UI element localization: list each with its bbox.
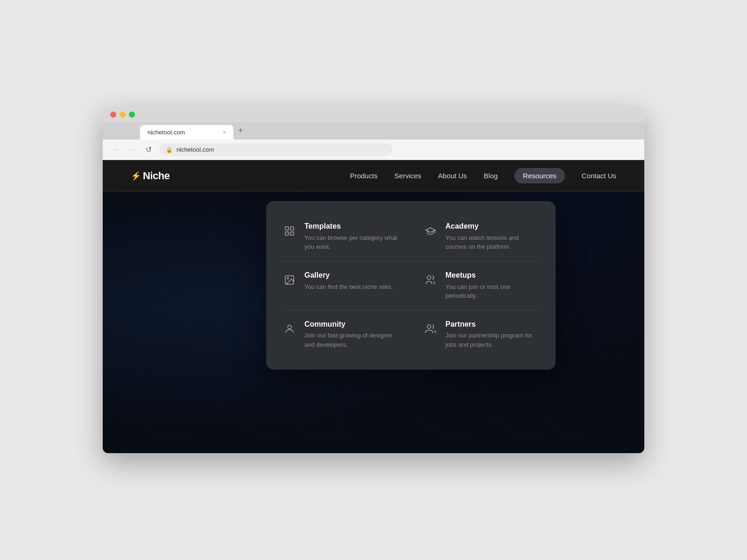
logo-icon: ⚡ [131,171,141,181]
maximize-button[interactable] [129,112,135,118]
dropdown-item-partners[interactable]: Partners Join our partnership program fo… [411,312,541,357]
nav-products[interactable]: Products [350,169,378,182]
browser-titlebar [103,107,644,122]
forward-button[interactable]: → [127,145,138,155]
url-bar[interactable]: 🔒 nichetool.com [159,143,393,156]
community-icon [281,321,298,337]
meetups-icon [422,272,439,288]
svg-point-6 [427,276,431,280]
gallery-desc: You can find the best niche sites. [304,282,403,292]
nav-contact[interactable]: Contact Us [582,169,616,182]
svg-rect-0 [285,227,289,230]
resources-dropdown: Templates You can browse per category wh… [266,201,556,370]
academy-desc: You can watch lessons and courses on the… [445,233,533,252]
minimize-button[interactable] [120,112,126,118]
browser-nav: ← → ↺ 🔒 nichetool.com [103,140,644,160]
website-content: Templates You can browse per category wh… [103,192,644,453]
community-text: Community Join our fast-growing of desig… [304,320,403,350]
academy-icon [422,223,439,239]
url-text: nichetool.com [176,146,214,153]
community-title: Community [304,320,403,329]
dropdown-item-gallery[interactable]: Gallery You can find the best niche site… [281,263,411,308]
traffic-lights [110,112,135,118]
meetups-title: Meetups [445,271,533,280]
nav-resources[interactable]: Resources [514,168,565,183]
dropdown-item-templates[interactable]: Templates You can browse per category wh… [281,214,411,259]
divider-2 [281,310,541,310]
dropdown-item-community[interactable]: Community Join our fast-growing of desig… [281,312,411,357]
dropdown-grid: Templates You can browse per category wh… [281,214,541,357]
partners-title: Partners [445,320,533,329]
browser-window: nichetool.com × + ← → ↺ 🔒 nichetool.com [103,107,644,453]
nav-services[interactable]: Services [395,169,422,182]
new-tab-button[interactable]: + [233,122,248,140]
templates-title: Templates [304,222,403,231]
academy-title: Academy [445,222,533,231]
templates-desc: You can browse per category what you wan… [304,233,403,252]
back-button[interactable]: ← [110,145,121,155]
svg-point-5 [287,278,289,279]
logo-text: Niche [143,170,169,182]
academy-text: Academy You can watch lessons and course… [445,222,533,252]
svg-point-7 [288,325,291,329]
browser-tab[interactable]: nichetool.com × [140,125,233,140]
partners-desc: Join our partnership program for jobs an… [445,331,533,349]
community-desc: Join our fast-growing of designer and de… [304,331,403,349]
lock-icon: 🔒 [166,147,173,153]
dropdown-item-academy[interactable]: Academy You can watch lessons and course… [411,214,541,259]
website-navbar: ⚡ Niche Products Services About Us Blog … [103,160,644,192]
templates-text: Templates You can browse per category wh… [304,222,403,252]
meetups-text: Meetups You can join or host one periodi… [445,271,533,301]
svg-rect-2 [285,232,289,235]
nav-blog[interactable]: Blog [484,169,498,182]
nav-about[interactable]: About Us [438,169,467,182]
divider-1 [281,261,541,261]
close-button[interactable] [110,112,116,118]
website: ⚡ Niche Products Services About Us Blog … [103,160,644,453]
refresh-button[interactable]: ↺ [144,144,154,155]
gallery-title: Gallery [304,271,403,280]
svg-rect-1 [290,227,294,230]
partners-icon [422,321,439,337]
svg-point-8 [427,325,431,329]
logo[interactable]: ⚡ Niche [131,170,169,182]
tab-title: nichetool.com [148,129,185,136]
gallery-text: Gallery You can find the best niche site… [304,271,403,291]
dropdown-item-meetups[interactable]: Meetups You can join or host one periodi… [411,263,541,308]
tab-close-button[interactable]: × [223,129,226,136]
meetups-desc: You can join or host one periodically. [445,282,533,301]
gallery-icon [281,272,298,288]
partners-text: Partners Join our partnership program fo… [445,320,533,350]
svg-rect-3 [290,232,294,235]
nav-links: Products Services About Us Blog Resource… [350,168,616,183]
templates-icon [281,223,298,239]
